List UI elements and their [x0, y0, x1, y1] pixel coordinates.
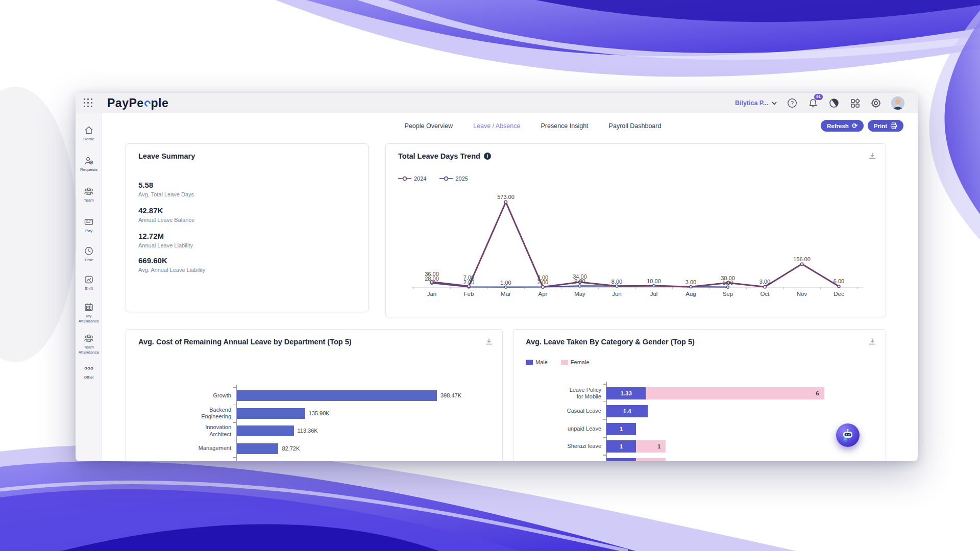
x-tick-label: Jul	[650, 291, 658, 297]
data-point-label: 7.00	[463, 274, 474, 281]
download-icon[interactable]	[485, 338, 493, 345]
data-point-label: 30.00	[721, 275, 735, 281]
dept-bar[interactable]	[237, 443, 278, 454]
tab-payroll-dashboard[interactable]: Payroll Dashboard	[609, 122, 662, 130]
avatar-photo	[891, 96, 904, 110]
sidebar-item-time[interactable]: Time	[76, 246, 102, 263]
axis-tick	[603, 419, 606, 420]
legend-label: 2024	[414, 176, 426, 182]
bar-value-label: 82.72K	[282, 443, 300, 454]
axis-tick	[603, 437, 606, 438]
dept-bar[interactable]	[237, 390, 437, 401]
sidebar-item-home[interactable]: Home	[76, 125, 102, 142]
data-point-label: 1.00	[500, 280, 511, 286]
male-bar[interactable]	[606, 458, 636, 461]
refresh-button[interactable]: Refresh ⟳	[821, 120, 864, 132]
paypeople-logo: PayPe ple	[107, 96, 168, 110]
leave-summary-title: Leave Summary	[138, 152, 195, 160]
print-label: Print	[874, 123, 887, 129]
sidebar-item-team[interactable]: Team	[76, 186, 102, 203]
apps-grid-icon	[850, 98, 860, 108]
sidebar-item-requests[interactable]: Requests	[76, 156, 102, 172]
team-icon	[84, 186, 94, 196]
category-label: Innovation Architect	[135, 425, 231, 436]
settings-gear-icon	[871, 98, 881, 108]
apps-menu-button[interactable]	[849, 97, 861, 109]
download-icon[interactable]	[868, 338, 876, 345]
metric-value: 12.72M	[138, 232, 193, 240]
theme-contrast-icon	[829, 98, 839, 108]
sidebar-item-my-attendance[interactable]: My Attendance	[76, 302, 102, 324]
dept-bar[interactable]	[237, 408, 305, 419]
female-swatch	[561, 360, 568, 365]
theme-toggle-button[interactable]	[828, 97, 840, 109]
axis-tick	[233, 405, 236, 406]
sidebar-item-label: My Attendance	[76, 314, 102, 324]
sidebar-item-pay[interactable]: Pay	[76, 217, 102, 234]
x-tick-label: Nov	[797, 291, 807, 297]
chevron-down-icon	[772, 102, 777, 105]
metric-avg-total-leave-days: 5.58 Avg. Total Leave Days	[138, 181, 194, 197]
sidebar-item-label: Team	[76, 198, 102, 203]
axis-tick	[233, 422, 236, 423]
axis-tick	[603, 384, 606, 385]
data-point-label: 3.00	[685, 279, 696, 285]
legend-item-2024[interactable]: 2024	[398, 176, 426, 182]
x-tick-label: Sep	[723, 291, 733, 297]
tab-presence-insight[interactable]: Presence Insight	[541, 122, 588, 130]
metric-label: Annual Leave Liability	[138, 242, 193, 248]
sidebar-item-label: Time	[76, 258, 102, 263]
info-icon[interactable]: i	[484, 153, 491, 160]
logo-text-pre: PayPe	[107, 96, 144, 110]
sidebar-item-other[interactable]: Other	[76, 363, 102, 380]
sidebar-item-label: Team Attendance	[76, 345, 102, 356]
male-value-label: 1	[606, 423, 636, 435]
metric-label: Avg. Total Leave Days	[138, 191, 194, 197]
settings-button[interactable]	[870, 97, 881, 109]
legend-item-2025[interactable]: 2025	[439, 176, 468, 182]
notifications-button[interactable]: 91	[807, 97, 819, 109]
data-point-label: 573.00	[497, 194, 514, 200]
bar-value-label: 113.36K	[298, 425, 318, 436]
category-label: Casual Leave	[521, 405, 601, 417]
category-label: Growth	[135, 390, 231, 401]
sidebar-item-team-attendance[interactable]: Team Attendance	[76, 333, 102, 356]
legend-marker-2024	[398, 176, 411, 181]
category-label: Management	[135, 443, 231, 454]
dashboard-tabs: People Overview Leave / Absence Presence…	[125, 119, 918, 133]
axis-tick	[603, 455, 606, 456]
dept-bar[interactable]	[237, 425, 294, 436]
account-menu[interactable]: Bilytica P...	[735, 99, 777, 107]
refresh-icon: ⟳	[852, 122, 857, 130]
male-swatch	[526, 360, 533, 365]
legend-label: Female	[571, 359, 590, 365]
x-tick-label: Aug	[685, 291, 696, 297]
notification-count-badge: 91	[814, 94, 823, 100]
svg-text:?: ?	[791, 100, 794, 106]
help-button[interactable]: ?	[787, 97, 798, 109]
male-value-label: 1.33	[606, 387, 646, 399]
data-point-label: 156.00	[793, 256, 811, 262]
legend-item-female[interactable]: Female	[561, 359, 590, 365]
download-icon[interactable]	[868, 152, 876, 160]
chat-bot-button[interactable]	[836, 423, 860, 447]
tab-people-overview[interactable]: People Overview	[405, 122, 453, 130]
dept-cost-card: Avg. Cost of Remaining Annual Leave by D…	[126, 329, 503, 461]
legend-item-male[interactable]: Male	[526, 359, 548, 365]
metric-annual-leave-balance: 42.87K Annual Leave Balance	[138, 206, 194, 223]
axis-tick	[233, 387, 236, 388]
x-tick-label: May	[574, 291, 585, 297]
user-avatar[interactable]	[891, 96, 904, 110]
sidebar-item-shift[interactable]: Shift	[76, 274, 102, 291]
tab-leave-absence[interactable]: Leave / Absence	[473, 122, 520, 130]
legend-label: 2025	[455, 176, 468, 182]
female-bar[interactable]	[636, 458, 666, 461]
axis-tick	[233, 440, 236, 441]
sidebar: HomeRequestsTeamPayTimeShiftMy Attendanc…	[76, 113, 102, 461]
print-button[interactable]: Print	[868, 120, 903, 132]
bar-value-label: 398.47K	[440, 390, 461, 401]
shift-icon	[84, 274, 94, 285]
category-label: Leave Policy for Mobile	[521, 387, 601, 399]
app-launcher-icon[interactable]	[84, 98, 93, 108]
dept-cost-title: Avg. Cost of Remaining Annual Leave by D…	[138, 338, 352, 346]
